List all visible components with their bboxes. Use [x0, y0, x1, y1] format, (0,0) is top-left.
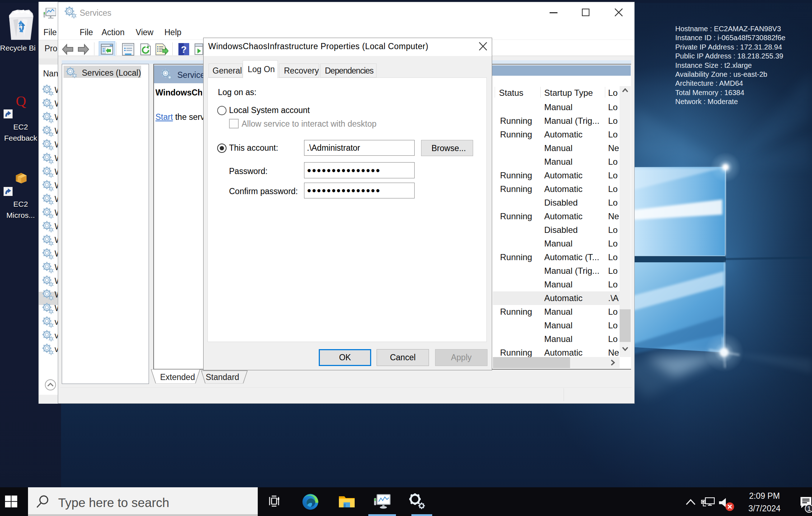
svg-text:1: 1 [807, 505, 811, 512]
svg-text:?: ? [181, 44, 187, 55]
